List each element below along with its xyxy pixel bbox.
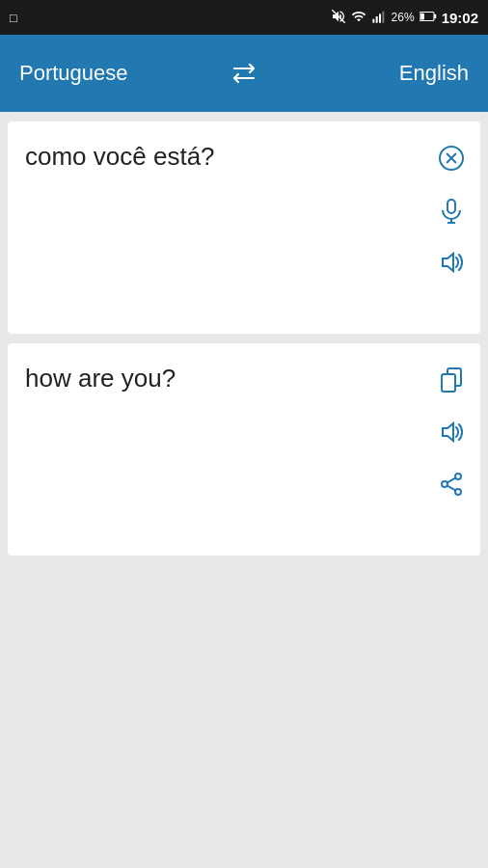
battery-percentage: 26% (392, 11, 415, 24)
source-panel-icons (424, 139, 469, 316)
svg-rect-16 (442, 374, 455, 392)
target-panel-icons (424, 361, 469, 538)
status-bar-left-icons: □ (10, 11, 17, 25)
svg-rect-4 (382, 11, 384, 22)
svg-line-21 (447, 478, 455, 483)
status-icons: 26% 19:02 (331, 9, 478, 27)
gallery-icon: □ (10, 11, 17, 25)
svg-point-19 (455, 489, 461, 495)
content-area: como você está? (0, 112, 488, 868)
clear-button[interactable] (434, 141, 469, 176)
source-panel: como você está? (8, 122, 480, 334)
svg-rect-3 (379, 14, 381, 22)
source-speaker-button[interactable] (434, 245, 469, 280)
signal-icon (371, 9, 387, 27)
wifi-icon (351, 9, 366, 27)
svg-line-22 (447, 486, 455, 491)
svg-point-18 (455, 474, 461, 479)
status-bar: □ 26% (0, 0, 488, 35)
svg-marker-17 (443, 423, 453, 441)
swap-languages-button[interactable] (209, 58, 279, 89)
svg-rect-6 (434, 14, 436, 18)
copy-button[interactable] (434, 363, 469, 397)
target-panel: how are you? (8, 343, 480, 556)
svg-rect-1 (372, 18, 374, 22)
battery-icon (420, 11, 437, 25)
svg-rect-2 (375, 16, 377, 23)
svg-marker-14 (443, 254, 453, 271)
svg-rect-7 (420, 13, 424, 19)
svg-rect-11 (447, 200, 455, 213)
target-speaker-button[interactable] (434, 415, 469, 449)
microphone-button[interactable] (434, 193, 469, 228)
source-language-button[interactable]: Portuguese (19, 61, 209, 86)
target-language-button[interactable]: English (279, 61, 469, 86)
status-time: 19:02 (442, 10, 478, 26)
svg-point-20 (442, 481, 447, 487)
source-text[interactable]: como você está? (25, 139, 424, 316)
share-button[interactable] (434, 467, 469, 502)
toolbar: Portuguese English (0, 35, 488, 112)
mute-icon (331, 9, 346, 27)
target-text: how are you? (25, 361, 424, 538)
